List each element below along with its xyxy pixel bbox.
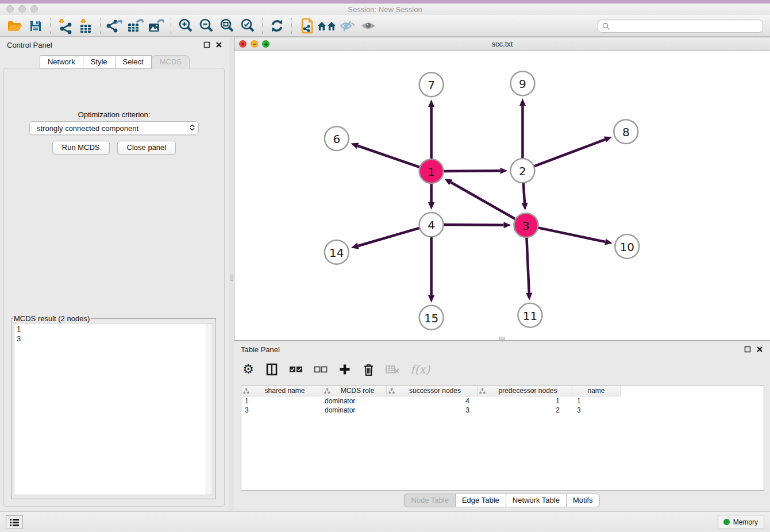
hide-graphics-details-button[interactable]	[337, 17, 358, 35]
float-table-panel-icon[interactable]	[744, 346, 751, 353]
graph-node-2[interactable]: 2	[510, 159, 534, 183]
network-window-controls[interactable]	[239, 40, 270, 48]
graph-node-15[interactable]: 15	[419, 306, 444, 330]
cell-predecessor-nodes[interactable]: 1	[478, 396, 572, 406]
select-all-rows-button[interactable]	[289, 361, 303, 377]
close-panel-button[interactable]: Close panel	[117, 141, 176, 155]
import-table-button[interactable]	[75, 17, 96, 35]
graph-node-6[interactable]: 6	[325, 126, 349, 151]
network-canvas[interactable]: 1234678910111415	[234, 51, 770, 340]
graph-edge-2-8[interactable]	[532, 140, 605, 167]
close-window-button[interactable]	[6, 5, 14, 13]
graph-edge-4-3[interactable]	[442, 225, 504, 225]
column-header-successor-nodes[interactable]: successor nodes	[387, 385, 478, 396]
graph-edge-3-10[interactable]	[536, 228, 605, 242]
graph-node-7[interactable]: 7	[419, 72, 444, 97]
delete-column-button[interactable]	[362, 361, 375, 377]
criterion-dropdown[interactable]: strongly connected component	[29, 121, 199, 135]
graph-node-4[interactable]: 4	[419, 213, 444, 237]
graph-edge-2-3[interactable]	[523, 181, 525, 203]
splitter-handle[interactable]	[230, 275, 233, 281]
result-scrollbar[interactable]	[206, 323, 213, 495]
refresh-layout-button[interactable]	[267, 17, 287, 35]
save-session-button[interactable]	[25, 17, 46, 35]
memory-button[interactable]: Memory	[718, 515, 764, 529]
zoom-fit-button[interactable]	[217, 17, 237, 35]
tab-motifs[interactable]: Motifs	[566, 494, 600, 507]
cell-name[interactable]: 1	[572, 396, 621, 406]
export-table-button[interactable]	[125, 17, 146, 35]
close-panel-icon[interactable]	[215, 41, 222, 48]
search-input[interactable]	[612, 22, 759, 30]
vertical-splitter[interactable]	[229, 37, 234, 511]
home-button[interactable]	[317, 17, 337, 35]
zoom-selected-button[interactable]	[237, 17, 258, 35]
graph-edge-3-1[interactable]	[451, 182, 517, 220]
graph-node-9[interactable]: 9	[510, 71, 534, 95]
tab-node-table[interactable]: Node Table	[404, 494, 455, 507]
export-image-button[interactable]	[146, 17, 167, 35]
horizontal-splitter-handle[interactable]	[499, 337, 505, 340]
graph-node-1[interactable]: 1	[419, 159, 444, 183]
fx-icon: f(x)	[410, 363, 430, 376]
column-header-shared-name[interactable]: shared name	[241, 385, 322, 396]
table-settings-button[interactable]: ⚙	[242, 361, 255, 377]
network-view-window: scc.txt 1234678910111415	[234, 37, 770, 341]
close-table-panel-icon[interactable]	[756, 346, 763, 353]
cell-successor-nodes[interactable]: 4	[387, 396, 478, 406]
window-controls[interactable]	[6, 5, 38, 13]
zoom-in-button[interactable]	[175, 17, 196, 35]
tab-network-table[interactable]: Network Table	[506, 494, 566, 507]
clone-network-button[interactable]	[296, 17, 317, 35]
table-row[interactable]: 1 dominator 4 1 1	[241, 396, 621, 406]
export-network-button[interactable]	[105, 17, 125, 35]
graph-edge-1-6[interactable]	[358, 146, 422, 168]
deselect-all-rows-button[interactable]	[314, 361, 328, 377]
cell-shared-name[interactable]: 1	[241, 396, 322, 406]
cell-shared-name[interactable]: 3	[241, 406, 322, 415]
table-row[interactable]: 3 dominator 3 2 3	[241, 406, 621, 415]
minimize-window-button[interactable]	[18, 5, 26, 13]
graph-node-11[interactable]: 11	[518, 303, 542, 327]
cell-name[interactable]: 3	[572, 406, 621, 415]
show-graphics-details-button[interactable]	[358, 17, 379, 35]
function-builder-button[interactable]: f(x)	[410, 361, 430, 377]
minimize-network-button[interactable]	[251, 40, 258, 48]
zoom-out-button[interactable]	[196, 17, 217, 35]
table-tabs: Node Table Edge Table Network Table Moti…	[234, 494, 770, 507]
delete-table-button[interactable]	[386, 361, 399, 377]
graph-edge-3-11[interactable]	[526, 236, 529, 293]
cell-successor-nodes[interactable]: 3	[387, 406, 478, 415]
graph-node-14[interactable]: 14	[325, 240, 349, 264]
tab-network[interactable]: Network	[40, 55, 83, 69]
graph-node-3[interactable]: 3	[514, 213, 538, 237]
search-field[interactable]	[598, 20, 763, 33]
import-network-button[interactable]	[55, 17, 75, 35]
show-columns-button[interactable]	[265, 361, 278, 377]
cell-mcds-role[interactable]: dominator	[322, 406, 387, 415]
mcds-result-text[interactable]: 1 3	[14, 323, 213, 495]
tab-mcds[interactable]: MCDS	[152, 55, 190, 69]
cell-predecessor-nodes[interactable]: 2	[478, 406, 572, 415]
tab-select[interactable]: Select	[115, 55, 152, 69]
maximize-network-button[interactable]	[262, 40, 270, 48]
edge-arrowhead-icon	[503, 222, 511, 228]
column-header-predecessor-nodes[interactable]: predecessor nodes	[478, 385, 572, 396]
gear-icon: ⚙	[242, 363, 254, 376]
open-session-button[interactable]	[5, 17, 25, 35]
close-network-button[interactable]	[239, 40, 247, 48]
graph-node-10[interactable]: 10	[615, 234, 639, 259]
task-history-button[interactable]	[6, 515, 23, 529]
tab-style[interactable]: Style	[83, 55, 115, 69]
graph-edge-1-2[interactable]	[442, 171, 500, 171]
column-header-name[interactable]: name	[572, 385, 621, 396]
graph-edge-4-14[interactable]	[358, 228, 421, 246]
column-header-mcds-role[interactable]: MCDS role	[322, 385, 387, 396]
maximize-window-button[interactable]	[30, 5, 38, 13]
cell-mcds-role[interactable]: dominator	[322, 396, 387, 406]
add-column-button[interactable]	[338, 361, 351, 377]
tab-edge-table[interactable]: Edge Table	[455, 494, 506, 507]
run-mcds-button[interactable]: Run MCDS	[52, 141, 110, 155]
float-panel-icon[interactable]	[203, 41, 210, 48]
graph-node-8[interactable]: 8	[614, 119, 638, 144]
